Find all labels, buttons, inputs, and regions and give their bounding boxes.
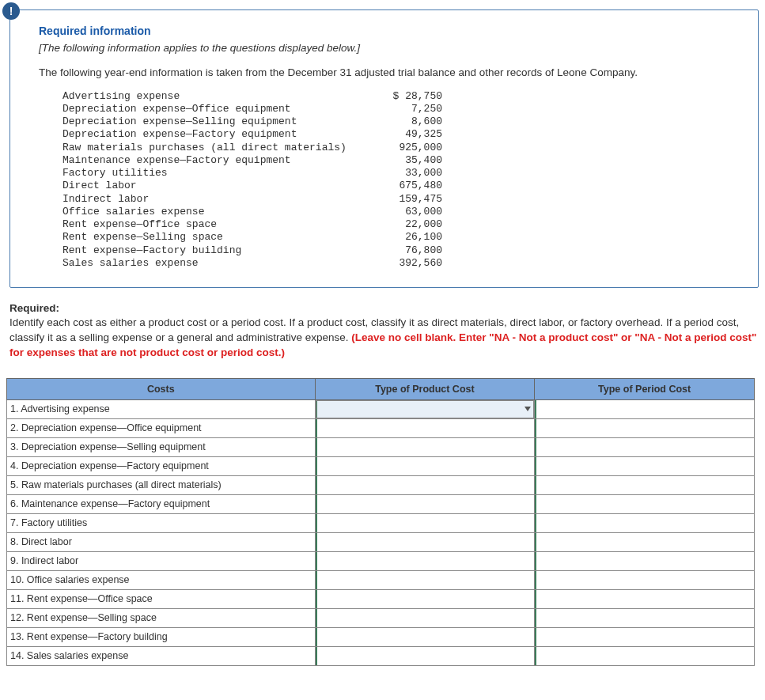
- trial-label: Maintenance expense—Factory equipment: [62, 154, 371, 167]
- trial-row: Rent expense—Factory building76,800: [62, 244, 736, 257]
- period-cost-dropdown[interactable]: [535, 513, 755, 532]
- dropdown-inner[interactable]: [535, 628, 754, 646]
- trial-value: $ 28,750: [371, 90, 442, 103]
- dropdown-inner[interactable]: [316, 495, 535, 513]
- table-row: 12. Rent expense—Selling space: [7, 608, 755, 627]
- dropdown-inner[interactable]: [535, 533, 754, 551]
- dropdown-inner[interactable]: [535, 609, 754, 627]
- cost-label-cell: 10. Office salaries expense: [7, 570, 316, 589]
- dropdown-inner[interactable]: [316, 438, 535, 456]
- product-cost-dropdown[interactable]: [315, 475, 535, 494]
- trial-row: Sales salaries expense392,560: [62, 257, 736, 270]
- required-section: Required: Identify each cost as either a…: [0, 302, 765, 361]
- trial-label: Direct labor: [62, 180, 371, 192]
- table-row: 13. Rent expense—Factory building: [7, 627, 755, 646]
- dropdown-inner[interactable]: [316, 647, 535, 665]
- trial-label: Rent expense—Selling space: [62, 231, 371, 244]
- dropdown-inner[interactable]: [535, 457, 754, 475]
- dropdown-inner[interactable]: [535, 476, 754, 494]
- cost-label-cell: 1. Advertising expense: [7, 399, 316, 418]
- dropdown-inner[interactable]: [316, 457, 535, 475]
- dropdown-inner[interactable]: [316, 552, 535, 570]
- period-cost-dropdown[interactable]: [535, 646, 755, 665]
- intro-text: The following year-end information is ta…: [39, 65, 736, 81]
- period-cost-dropdown[interactable]: [535, 418, 755, 437]
- trial-label: Raw materials purchases (all direct mate…: [62, 142, 371, 154]
- required-info-box: ! Required information [The following in…: [9, 9, 759, 288]
- trial-value: 26,100: [371, 231, 442, 244]
- product-cost-dropdown[interactable]: [315, 456, 535, 475]
- trial-label: Depreciation expense—Selling equipment: [62, 115, 371, 128]
- table-row: 9. Indirect labor: [7, 551, 755, 570]
- period-cost-dropdown[interactable]: [535, 475, 755, 494]
- dropdown-inner[interactable]: [316, 514, 535, 532]
- period-cost-dropdown[interactable]: [535, 627, 755, 646]
- dropdown-inner[interactable]: [316, 571, 535, 589]
- trial-value: 63,000: [371, 206, 442, 218]
- product-cost-dropdown[interactable]: [315, 532, 535, 551]
- period-cost-dropdown[interactable]: [535, 551, 755, 570]
- dropdown-inner[interactable]: [316, 628, 535, 646]
- table-row: 4. Depreciation expense—Factory equipmen…: [7, 456, 755, 475]
- period-cost-dropdown[interactable]: [535, 399, 755, 418]
- trial-value: 76,800: [371, 244, 442, 257]
- product-cost-dropdown[interactable]: [315, 608, 535, 627]
- trial-label: Indirect labor: [62, 193, 371, 206]
- trial-value: 49,325: [371, 128, 442, 141]
- trial-row: Factory utilities33,000: [62, 167, 736, 180]
- required-heading: Required:: [9, 302, 759, 314]
- answer-table: Costs Type of Product Cost Type of Perio…: [6, 378, 755, 666]
- dropdown-inner[interactable]: [316, 419, 535, 437]
- dropdown-inner[interactable]: [535, 590, 754, 608]
- table-row: 8. Direct labor: [7, 532, 755, 551]
- product-cost-dropdown[interactable]: [315, 646, 535, 665]
- product-cost-dropdown[interactable]: [315, 418, 535, 437]
- cost-label-cell: 14. Sales salaries expense: [7, 646, 316, 665]
- dropdown-inner[interactable]: [316, 476, 535, 494]
- period-cost-dropdown[interactable]: [535, 589, 755, 608]
- product-cost-dropdown[interactable]: [315, 551, 535, 570]
- period-cost-dropdown[interactable]: [535, 494, 755, 513]
- trial-row: Office salaries expense63,000: [62, 206, 736, 218]
- trial-value: 8,600: [371, 115, 442, 128]
- period-cost-dropdown[interactable]: [535, 608, 755, 627]
- dropdown-inner[interactable]: [535, 400, 754, 418]
- table-row: 2. Depreciation expense—Office equipment: [7, 418, 755, 437]
- period-cost-dropdown[interactable]: [535, 532, 755, 551]
- trial-value: 675,480: [371, 180, 442, 192]
- dropdown-inner[interactable]: [316, 400, 535, 418]
- trial-value: 7,250: [371, 103, 442, 115]
- trial-row: Depreciation expense—Selling equipment8,…: [62, 115, 736, 128]
- header-period-cost: Type of Period Cost: [535, 378, 755, 399]
- dropdown-inner[interactable]: [535, 647, 754, 665]
- cost-label-cell: 3. Depreciation expense—Selling equipmen…: [7, 437, 316, 456]
- dropdown-inner[interactable]: [535, 514, 754, 532]
- dropdown-inner[interactable]: [316, 590, 535, 608]
- cost-label-cell: 6. Maintenance expense—Factory equipment: [7, 494, 316, 513]
- period-cost-dropdown[interactable]: [535, 456, 755, 475]
- dropdown-inner[interactable]: [535, 438, 754, 456]
- trial-label: Depreciation expense—Factory equipment: [62, 128, 371, 141]
- dropdown-inner[interactable]: [535, 552, 754, 570]
- period-cost-dropdown[interactable]: [535, 437, 755, 456]
- dropdown-inner[interactable]: [535, 419, 754, 437]
- table-row: 14. Sales salaries expense: [7, 646, 755, 665]
- period-cost-dropdown[interactable]: [535, 570, 755, 589]
- dropdown-inner[interactable]: [535, 571, 754, 589]
- trial-row: Rent expense—Office space22,000: [62, 218, 736, 231]
- product-cost-dropdown[interactable]: [315, 513, 535, 532]
- table-row: 6. Maintenance expense—Factory equipment: [7, 494, 755, 513]
- table-row: 10. Office salaries expense: [7, 570, 755, 589]
- dropdown-inner[interactable]: [535, 495, 754, 513]
- dropdown-inner[interactable]: [316, 533, 535, 551]
- product-cost-dropdown[interactable]: [315, 627, 535, 646]
- dropdown-inner[interactable]: [316, 609, 535, 627]
- product-cost-dropdown[interactable]: [315, 494, 535, 513]
- product-cost-dropdown[interactable]: [315, 437, 535, 456]
- trial-row: Advertising expense$ 28,750: [62, 90, 736, 103]
- product-cost-dropdown[interactable]: [315, 570, 535, 589]
- trial-label: Advertising expense: [62, 90, 371, 103]
- trial-value: 159,475: [371, 193, 442, 206]
- product-cost-dropdown[interactable]: [315, 589, 535, 608]
- product-cost-dropdown[interactable]: [315, 399, 535, 418]
